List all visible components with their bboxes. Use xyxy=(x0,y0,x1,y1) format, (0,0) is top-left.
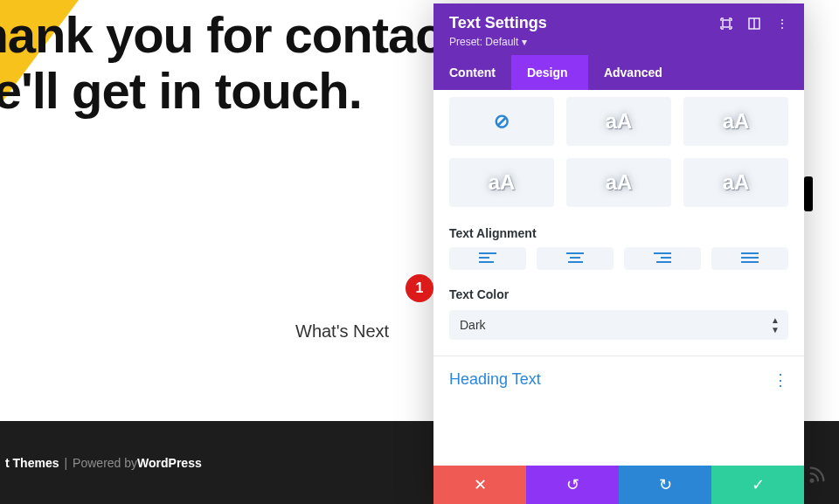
text-color-select[interactable]: Dark xyxy=(449,310,788,340)
text-shadow-preset-2[interactable]: aA xyxy=(683,97,788,146)
align-center-icon xyxy=(566,252,584,265)
text-shadow-preset-4[interactable]: aA xyxy=(566,158,671,207)
expand-icon[interactable] xyxy=(720,17,732,30)
heading-text-accordion[interactable]: Heading Text ⋮ xyxy=(433,356,804,403)
panel-body: ⊘ aA aA aA aA aA Text Alignment Text Col… xyxy=(433,90,804,466)
text-shadow-grid: ⊘ aA aA aA aA aA xyxy=(433,90,804,219)
footer-separator: | xyxy=(64,456,67,470)
redo-icon: ↻ xyxy=(659,475,672,494)
tab-content[interactable]: Content xyxy=(433,55,511,90)
text-color-select-wrap: Dark ▲▼ xyxy=(449,310,788,340)
align-right-button[interactable] xyxy=(624,247,701,270)
text-shadow-preset-3[interactable]: aA xyxy=(449,158,554,207)
footer-themes-link[interactable]: t Themes xyxy=(5,456,59,470)
align-justify-button[interactable] xyxy=(711,247,788,270)
accordion-more-icon[interactable]: ⋮ xyxy=(773,374,788,386)
panel-title: Text Settings xyxy=(449,14,547,32)
text-shadow-preset-5[interactable]: aA xyxy=(683,158,788,207)
close-icon: ✕ xyxy=(474,475,487,494)
heading-text-label: Heading Text xyxy=(449,370,541,389)
more-menu-icon[interactable]: ⋮ xyxy=(776,17,788,30)
rss-icon[interactable] xyxy=(808,465,827,487)
footer-powered-prefix: Powered by xyxy=(73,456,137,470)
text-alignment-label: Text Alignment xyxy=(433,219,804,245)
tab-design[interactable]: Design xyxy=(511,55,588,90)
undo-button[interactable]: ↺ xyxy=(526,466,619,504)
align-right-icon xyxy=(654,252,671,265)
chevron-down-icon: ▾ xyxy=(522,36,527,48)
preset-selector[interactable]: Preset: Default ▾ xyxy=(449,36,788,48)
redo-button[interactable]: ↻ xyxy=(619,466,711,504)
align-left-button[interactable] xyxy=(449,247,526,270)
text-shadow-none[interactable]: ⊘ xyxy=(449,97,554,146)
align-justify-icon xyxy=(741,252,759,265)
undo-icon: ↺ xyxy=(566,475,579,494)
subheading: What's Next xyxy=(295,321,389,342)
settings-panel: Text Settings ⋮ Preset: Default ▾ Conten… xyxy=(433,3,804,504)
none-icon: ⊘ xyxy=(494,110,510,133)
text-color-label: Text Color xyxy=(433,280,804,307)
panel-tabs: Content Design Advanced xyxy=(433,55,804,90)
action-bar: ✕ ↺ ↻ ✓ xyxy=(433,466,804,504)
cancel-button[interactable]: ✕ xyxy=(433,466,526,504)
svg-rect-0 xyxy=(723,20,730,27)
footer-wordpress-link[interactable]: WordPress xyxy=(137,456,202,470)
text-alignment-row xyxy=(433,245,804,280)
panel-header-icons: ⋮ xyxy=(720,17,788,30)
scrollbar-indicator[interactable] xyxy=(804,176,813,211)
panel-header: Text Settings ⋮ Preset: Default ▾ xyxy=(433,3,804,55)
text-shadow-preset-1[interactable]: aA xyxy=(566,97,671,146)
align-center-button[interactable] xyxy=(537,247,614,270)
tab-advanced[interactable]: Advanced xyxy=(588,55,678,90)
columns-icon[interactable] xyxy=(748,17,760,30)
check-icon: ✓ xyxy=(752,475,765,494)
align-left-icon xyxy=(479,252,496,265)
save-button[interactable]: ✓ xyxy=(711,466,804,504)
annotation-marker-1: 1 xyxy=(406,274,433,302)
